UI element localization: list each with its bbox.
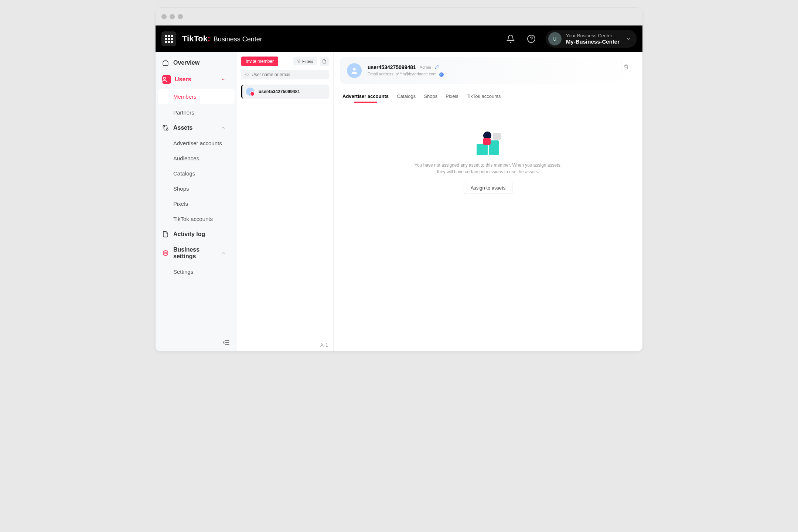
nav-tiktok-accounts[interactable]: TikTok accounts xyxy=(156,211,237,226)
svg-point-0 xyxy=(528,35,535,42)
invite-member-button[interactable]: Invite member xyxy=(241,57,278,66)
empty-illustration xyxy=(475,132,501,155)
svg-marker-5 xyxy=(163,250,168,256)
document-icon xyxy=(162,231,169,238)
svg-point-4 xyxy=(166,129,168,130)
user-card: user4534275099481 Admin Email address: p… xyxy=(340,57,636,84)
account-selector[interactable]: u Your Business Center My-Business-Cente… xyxy=(546,30,637,48)
window-dot xyxy=(170,14,175,19)
collapse-icon xyxy=(223,339,230,346)
account-avatar: u xyxy=(548,32,562,45)
collapse-sidebar-button[interactable] xyxy=(216,335,237,351)
trash-icon xyxy=(624,64,629,69)
svg-line-12 xyxy=(248,75,249,76)
svg-point-13 xyxy=(321,344,323,345)
tab-tiktok-accounts[interactable]: TikTok accounts xyxy=(467,91,501,102)
chevron-down-icon xyxy=(625,36,631,42)
user-avatar xyxy=(347,63,362,78)
svg-point-6 xyxy=(165,252,167,254)
apps-grid-icon xyxy=(165,35,173,43)
edit-icon xyxy=(435,65,439,69)
svg-point-14 xyxy=(353,68,355,71)
empty-state-text: You have not assigned any asset to this … xyxy=(410,162,566,175)
member-avatar xyxy=(246,88,254,96)
bell-icon xyxy=(506,34,515,43)
delete-user-button[interactable] xyxy=(621,62,631,72)
member-count: 1 xyxy=(320,342,328,348)
filter-icon xyxy=(297,59,301,63)
member-list-item[interactable]: user4534275099481 xyxy=(241,85,329,99)
svg-point-2 xyxy=(163,77,166,79)
nav-activity-log[interactable]: Activity log xyxy=(156,226,237,242)
nav-advertiser-accounts[interactable]: Advertiser accounts xyxy=(156,136,237,151)
svg-marker-10 xyxy=(297,60,300,63)
app-header: TikTok: Business Center u Your Business … xyxy=(156,25,642,52)
home-icon xyxy=(162,59,169,66)
nav-users[interactable]: Users xyxy=(156,71,237,88)
window-dot xyxy=(161,14,167,19)
chevron-up-icon xyxy=(221,77,226,82)
nav-partners[interactable]: Partners xyxy=(156,105,237,120)
help-icon xyxy=(527,34,536,43)
nav-settings[interactable]: Settings xyxy=(156,264,237,279)
tab-advertiser-accounts[interactable]: Advertiser accounts xyxy=(342,91,389,102)
search-icon xyxy=(245,72,249,77)
nav-assets[interactable]: Assets xyxy=(156,120,237,136)
nav-members[interactable]: Members xyxy=(158,89,235,104)
member-search[interactable] xyxy=(241,70,329,79)
notifications-button[interactable] xyxy=(503,31,518,46)
account-name: My-Business-Center xyxy=(566,38,620,45)
logo: TikTok: Business Center xyxy=(182,34,262,44)
detail-column: user4534275099481 Admin Email address: p… xyxy=(334,52,642,351)
help-button[interactable] xyxy=(524,31,539,46)
nav-audiences[interactable]: Audiences xyxy=(156,151,237,166)
search-input[interactable] xyxy=(252,72,325,77)
user-role: Admin xyxy=(420,65,431,69)
chevron-up-icon xyxy=(221,250,226,256)
assign-assets-button[interactable]: Assign to assets xyxy=(464,182,513,194)
sidebar: Overview Users Members Partners Assets A… xyxy=(156,52,237,351)
tab-shops[interactable]: Shops xyxy=(424,91,437,102)
nav-pixels[interactable]: Pixels xyxy=(156,196,237,211)
export-button[interactable] xyxy=(320,57,329,66)
users-icon xyxy=(162,75,171,84)
assets-icon xyxy=(162,125,169,131)
user-email: Email address: p***n@bytedance.com ✓ xyxy=(368,72,444,77)
asset-tabs: Advertiser accounts Catalogs Shops Pixel… xyxy=(340,91,636,102)
verified-icon: ✓ xyxy=(439,72,444,77)
empty-state: You have not assigned any asset to this … xyxy=(340,132,636,194)
nav-shops[interactable]: Shops xyxy=(156,181,237,196)
svg-point-3 xyxy=(163,125,165,127)
nav-overview[interactable]: Overview xyxy=(156,55,237,71)
nav-catalogs[interactable]: Catalogs xyxy=(156,166,237,181)
filters-button[interactable]: Filters xyxy=(293,57,317,65)
account-label: Your Business Center xyxy=(566,33,620,38)
edit-user-button[interactable] xyxy=(435,65,439,70)
app-switcher-button[interactable] xyxy=(161,31,176,46)
user-name: user4534275099481 xyxy=(368,64,416,70)
svg-point-11 xyxy=(246,73,249,76)
members-column: Invite member Filters user4534275099481 xyxy=(237,52,334,351)
person-icon xyxy=(320,343,324,347)
window-dot xyxy=(178,14,183,19)
tab-catalogs[interactable]: Catalogs xyxy=(397,91,416,102)
nav-business-settings[interactable]: Business settings xyxy=(156,242,237,264)
browser-chrome xyxy=(156,8,642,25)
settings-hex-icon xyxy=(162,250,169,256)
export-icon xyxy=(322,59,327,64)
chevron-up-icon xyxy=(221,125,226,130)
tab-pixels[interactable]: Pixels xyxy=(446,91,458,102)
member-name: user4534275099481 xyxy=(259,89,300,94)
